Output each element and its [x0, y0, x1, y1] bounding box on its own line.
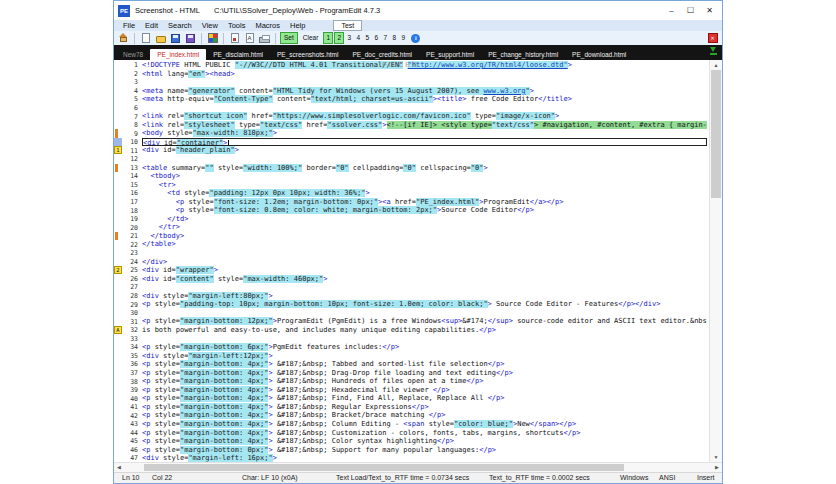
code-line[interactable]: <p style="padding-top: 10px; margin-bott…: [142, 300, 707, 309]
code-line[interactable]: <div style="margin-left:80px;">: [142, 292, 707, 301]
tab-pe-index-html[interactable]: PE_index.html: [150, 49, 206, 60]
scroll-left-arrow-icon[interactable]: ◀: [114, 463, 124, 472]
code-line[interactable]: <p style="margin-bottom: 4px;"> &#187;&n…: [142, 411, 707, 420]
macro-8-button[interactable]: 8: [390, 33, 398, 43]
code-line[interactable]: </div>: [142, 258, 707, 267]
code-line[interactable]: <meta http-equiv="Content-Type" content=…: [142, 95, 707, 104]
code-line[interactable]: <html lang="en"><head>: [142, 70, 707, 79]
open-folder-button[interactable]: [154, 32, 167, 45]
scroll-down-arrow-icon[interactable]: ▼: [710, 452, 722, 462]
save-button[interactable]: [169, 32, 182, 45]
save-all-button[interactable]: [184, 32, 197, 45]
code-line[interactable]: <p style="margin-bottom: 4px;"> &#187;&n…: [142, 420, 707, 429]
code-line[interactable]: [142, 283, 707, 292]
macro-5-button[interactable]: 5: [363, 33, 371, 43]
code-line[interactable]: </tbody>: [142, 232, 707, 241]
code-line[interactable]: <body style="max-width: 810px;">: [142, 129, 707, 138]
menu-search[interactable]: Search: [163, 21, 197, 30]
close-button[interactable]: ✕: [701, 4, 718, 17]
new-file-button[interactable]: [139, 32, 152, 45]
code-line[interactable]: <p style="margin-bottom: 4px;"> &#187;&n…: [142, 429, 707, 438]
clear-button[interactable]: Clear: [300, 33, 322, 43]
code-line[interactable]: <p style="margin-bottom: 4px;"> &#187;&n…: [142, 403, 707, 412]
code-line[interactable]: [142, 78, 707, 87]
bookmark-A-marker[interactable]: A: [114, 326, 122, 334]
scroll-right-arrow-icon[interactable]: ▶: [712, 463, 722, 472]
minimize-button[interactable]: –: [663, 4, 680, 17]
maximize-button[interactable]: ☐: [682, 4, 699, 17]
code-line[interactable]: [142, 309, 707, 318]
menu-help[interactable]: Help: [285, 21, 310, 30]
macro-7-button[interactable]: 7: [381, 33, 389, 43]
code-line[interactable]: <p style="font-size: 0.8em; color: white…: [142, 206, 707, 215]
print-preview-button[interactable]: A: [243, 32, 256, 45]
tab-pe-download-html[interactable]: PE_download.html: [565, 49, 633, 60]
set-button[interactable]: Set: [280, 32, 298, 44]
editor-area[interactable]: 1<!DOCTYPE HTML PUBLIC "-//W3C//DTD HTML…: [114, 60, 722, 462]
menu-view[interactable]: View: [197, 21, 223, 30]
code-line[interactable]: <p style="margin-bottom: 4px;"> &#187;&n…: [142, 369, 707, 378]
bookmark-2-marker[interactable]: 2: [114, 266, 122, 274]
code-line[interactable]: <p style="margin-bottom: 4px;"> &#187;&n…: [142, 360, 707, 369]
code-line[interactable]: <p style="margin-bottom: 4px;"> &#187;&n…: [142, 394, 707, 403]
vertical-scroll-thumb[interactable]: [711, 70, 721, 198]
menu-file[interactable]: File: [118, 21, 140, 30]
code-line[interactable]: <div id="container">: [142, 138, 707, 147]
menu-tools[interactable]: Tools: [223, 21, 251, 30]
page-copy-button[interactable]: [228, 32, 241, 45]
code-line[interactable]: <link rel="stylesheet" type="text/css" h…: [142, 121, 707, 130]
tab-new78[interactable]: New78: [116, 49, 150, 60]
code-line[interactable]: <table summary="" style="width: 100%;" b…: [142, 164, 707, 173]
code-line[interactable]: <p style="font-size: 1.2em; margin-botto…: [142, 198, 707, 207]
code-line[interactable]: is both powerful and easy-to-use, and in…: [142, 326, 707, 335]
macro-4-button[interactable]: 4: [354, 33, 362, 43]
test-button[interactable]: Test: [333, 20, 362, 31]
tab-pe-disclaim-html[interactable]: PE_disclaim.html: [206, 49, 270, 60]
code-line[interactable]: </td>: [142, 215, 707, 224]
tab-pe-change-history-html[interactable]: PE_change_history.html: [481, 49, 565, 60]
code-line[interactable]: <tbody>: [142, 172, 707, 181]
code-line[interactable]: <p style="margin-bottom: 12px;">ProgramE…: [142, 317, 707, 326]
code-line[interactable]: <p style="margin-bottom: 6px;">PgmEdit f…: [142, 343, 707, 352]
code-line[interactable]: <div style="margin-left: 16px;">: [142, 454, 707, 462]
vertical-scrollbar[interactable]: ▲ ▼: [709, 60, 722, 462]
code-line[interactable]: <!DOCTYPE HTML PUBLIC "-//W3C//DTD HTML …: [142, 61, 707, 70]
tab-pe-doc-credits-html[interactable]: PE_doc_credits.html: [345, 49, 419, 60]
horizontal-scrollbar[interactable]: ◀ ▶: [114, 462, 722, 472]
code-line[interactable]: <div id="content" style="max-width: 460p…: [142, 275, 707, 284]
colors-button[interactable]: [206, 32, 219, 45]
macro-1-button[interactable]: 1: [323, 32, 333, 44]
code-line[interactable]: <tr>: [142, 181, 707, 190]
code-line[interactable]: <p style="margin-bottom: 4px;"> &#187;&n…: [142, 437, 707, 446]
code-line[interactable]: <div id="wrapper">: [142, 266, 707, 275]
code-line[interactable]: </table>: [142, 240, 707, 249]
scroll-up-arrow-icon[interactable]: ▲: [710, 60, 722, 70]
red-indicator-button[interactable]: ✕: [706, 32, 719, 45]
print-button[interactable]: [258, 32, 271, 45]
bookmark-1-marker[interactable]: 1: [114, 146, 122, 154]
code-line[interactable]: </tr>: [142, 223, 707, 232]
download-tab-button[interactable]: [707, 45, 720, 58]
code-line[interactable]: <meta name="generator" content="HTML Tid…: [142, 87, 707, 96]
macro-3-button[interactable]: 3: [345, 33, 353, 43]
code-line[interactable]: <link rel="shortcut icon" href="https://…: [142, 112, 707, 121]
code-line[interactable]: <div style="margin-left:12px;">: [142, 352, 707, 361]
home-button[interactable]: [117, 32, 130, 45]
tab-pe-support-html[interactable]: PE_support.html: [419, 49, 481, 60]
code-line[interactable]: [142, 249, 707, 258]
code-line[interactable]: <td style="padding: 12px 0px 10px; width…: [142, 189, 707, 198]
code-line[interactable]: <p style="margin-bottom: 4px;"> &#187;&n…: [142, 377, 707, 386]
code-line[interactable]: <p style="margin-bottom: 0px;"> &#187;&n…: [142, 446, 707, 455]
tab-pe-screenshots-html[interactable]: PE_screenshots.html: [270, 49, 345, 60]
menu-macros[interactable]: Macros: [250, 21, 285, 30]
macro-2-button[interactable]: 2: [334, 32, 344, 44]
code-line[interactable]: [142, 104, 707, 113]
macro-9-button[interactable]: 9: [399, 33, 407, 43]
macro-6-button[interactable]: 6: [372, 33, 380, 43]
code-line[interactable]: [142, 155, 707, 164]
menu-edit[interactable]: Edit: [140, 21, 163, 30]
info-button[interactable]: i: [409, 32, 422, 45]
code-line[interactable]: <div id="header_plain">: [142, 146, 707, 155]
code-line[interactable]: [142, 335, 707, 344]
code-line[interactable]: <p style="margin-bottom: 4px;"> &#187;&n…: [142, 386, 707, 395]
